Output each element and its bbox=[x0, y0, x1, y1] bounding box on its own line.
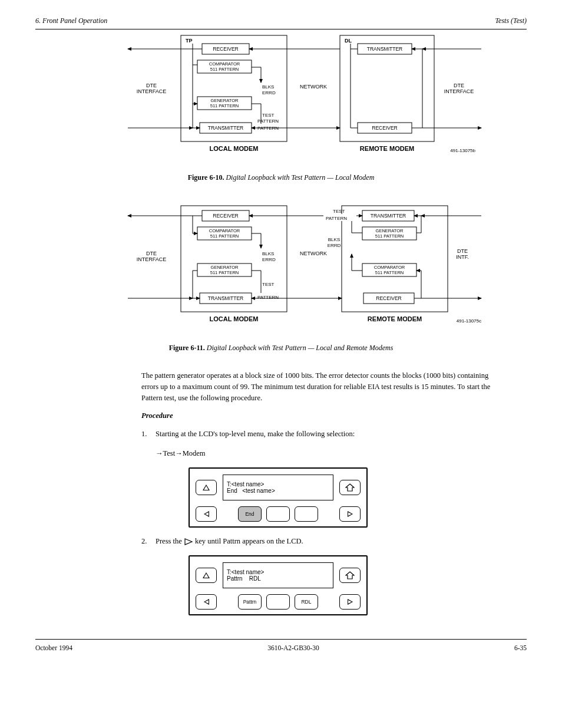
softkey-2[interactable] bbox=[266, 506, 290, 522]
figure-1-diagram: TP RECEIVER COMPARATOR 511 PATTERN GENER… bbox=[35, 29, 527, 167]
up-key[interactable] bbox=[196, 480, 217, 495]
svg-text:TP: TP bbox=[186, 38, 193, 44]
svg-text:511 PATTERN: 511 PATTERN bbox=[210, 67, 239, 72]
svg-text:ERRD: ERRD bbox=[328, 243, 341, 248]
svg-text:LOCAL MODEM: LOCAL MODEM bbox=[210, 315, 259, 322]
home-icon bbox=[345, 571, 355, 579]
svg-text:TEST: TEST bbox=[262, 282, 275, 287]
svg-text:PATTERN: PATTERN bbox=[326, 216, 347, 221]
svg-text:TEST: TEST bbox=[333, 209, 345, 214]
svg-text:BLKS: BLKS bbox=[262, 84, 274, 90]
svg-text:COMPARATOR: COMPARATOR bbox=[209, 228, 240, 233]
svg-text:NETWORK: NETWORK bbox=[300, 251, 327, 256]
footer-left: October 1994 bbox=[35, 644, 72, 651]
right-key[interactable] bbox=[339, 506, 361, 522]
svg-text:DTE: DTE bbox=[146, 251, 157, 256]
svg-text:DTE: DTE bbox=[454, 83, 464, 88]
svg-text:ERRD: ERRD bbox=[262, 257, 276, 262]
right-triangle-icon bbox=[348, 599, 353, 605]
svg-text:REMOTE MODEM: REMOTE MODEM bbox=[368, 315, 422, 322]
svg-text:INTF.: INTF. bbox=[456, 254, 469, 260]
svg-text:RECEIVER: RECEIVER bbox=[213, 46, 238, 52]
svg-text:BLKS: BLKS bbox=[328, 237, 340, 242]
svg-text:TRANSMITTER: TRANSMITTER bbox=[208, 295, 243, 301]
svg-text:511 PATTERN: 511 PATTERN bbox=[210, 103, 239, 108]
svg-text:COMPARATOR: COMPARATOR bbox=[209, 61, 240, 67]
lcd-panel-2: T:<test name> Pattrn RDL Pattrn RDL bbox=[189, 555, 368, 615]
svg-text:TRANSMITTER: TRANSMITTER bbox=[371, 213, 406, 219]
svg-text:GENERATOR: GENERATOR bbox=[211, 265, 239, 270]
svg-text:491-13075c: 491-13075c bbox=[457, 318, 481, 324]
up-triangle-icon bbox=[203, 572, 210, 578]
home-key[interactable] bbox=[339, 480, 361, 495]
right-triangle-icon bbox=[184, 538, 193, 545]
svg-text:491-13075b: 491-13075b bbox=[450, 148, 475, 153]
svg-text:511 PATTERN: 511 PATTERN bbox=[210, 233, 239, 239]
svg-text:INTERFACE: INTERFACE bbox=[444, 88, 474, 94]
header-left: 6. Front Panel Operation bbox=[35, 17, 107, 25]
svg-text:PATTERN: PATTERN bbox=[257, 118, 279, 124]
softkey-1[interactable]: End bbox=[238, 506, 262, 522]
step-1-path: →Test→Modem bbox=[156, 448, 527, 459]
up-key[interactable] bbox=[196, 568, 217, 583]
step-1: 1. Starting at the LCD's top-level menu,… bbox=[141, 429, 527, 440]
home-key[interactable] bbox=[339, 568, 361, 583]
lcd-panel-1: T:<test name> End <test name> End bbox=[189, 467, 368, 528]
svg-text:DTE: DTE bbox=[146, 83, 157, 88]
up-triangle-icon bbox=[203, 485, 210, 490]
left-key[interactable] bbox=[196, 506, 217, 522]
right-triangle-icon bbox=[348, 511, 353, 517]
svg-text:PATTERN: PATTERN bbox=[257, 295, 279, 300]
svg-text:INTERFACE: INTERFACE bbox=[137, 256, 167, 262]
svg-text:INTERFACE: INTERFACE bbox=[137, 88, 167, 94]
header-right: Tests (Test) bbox=[495, 17, 527, 25]
figure-2-diagram: RECEIVER COMPARATOR 511 PATTERN GENERATO… bbox=[35, 200, 527, 338]
svg-text:GENERATOR: GENERATOR bbox=[211, 98, 239, 103]
svg-text:511 PATTERN: 511 PATTERN bbox=[375, 270, 404, 275]
svg-text:BLKS: BLKS bbox=[262, 251, 274, 256]
figure-1-caption: Figure 6-10. Digital Loopback with Test … bbox=[35, 173, 527, 182]
step-2: 2. Press the key until Pattrn appears on… bbox=[141, 536, 527, 547]
svg-text:TRANSMITTER: TRANSMITTER bbox=[367, 46, 402, 52]
softkey-2[interactable] bbox=[266, 594, 290, 610]
page-footer: October 1994 3610-A2-GB30-30 6-35 bbox=[35, 639, 527, 651]
svg-text:RECEIVER: RECEIVER bbox=[376, 295, 401, 301]
svg-text:COMPARATOR: COMPARATOR bbox=[374, 265, 405, 270]
left-key[interactable] bbox=[196, 594, 217, 610]
svg-text:REMOTE MODEM: REMOTE MODEM bbox=[360, 145, 414, 152]
svg-text:RECEIVER: RECEIVER bbox=[372, 125, 397, 131]
lcd-screen-2: T:<test name> Pattrn RDL bbox=[223, 562, 333, 588]
svg-text:LOCAL MODEM: LOCAL MODEM bbox=[210, 145, 259, 152]
svg-text:TEST: TEST bbox=[262, 113, 275, 118]
svg-text:511 PATTERN: 511 PATTERN bbox=[210, 270, 239, 275]
body-paragraph-1: The pattern generator operates at a bloc… bbox=[141, 370, 503, 403]
left-triangle-icon bbox=[204, 599, 209, 605]
footer-right: 6-35 bbox=[514, 644, 527, 651]
svg-text:DTE: DTE bbox=[457, 248, 468, 254]
procedure-heading: Procedure bbox=[141, 411, 527, 420]
right-key[interactable] bbox=[339, 594, 361, 610]
lcd-screen-1: T:<test name> End <test name> bbox=[223, 475, 333, 500]
softkey-3[interactable] bbox=[295, 506, 318, 522]
svg-text:GENERATOR: GENERATOR bbox=[376, 228, 404, 233]
softkey-3[interactable]: RDL bbox=[295, 594, 318, 610]
svg-text:511 PATTERN: 511 PATTERN bbox=[375, 233, 404, 239]
svg-text:NETWORK: NETWORK bbox=[300, 84, 327, 90]
left-triangle-icon bbox=[204, 511, 209, 517]
footer-center: 3610-A2-GB30-30 bbox=[267, 644, 319, 651]
softkey-1[interactable]: Pattrn bbox=[238, 594, 262, 610]
svg-text:DL: DL bbox=[345, 38, 352, 44]
svg-text:TRANSMITTER: TRANSMITTER bbox=[208, 125, 243, 131]
svg-text:RECEIVER: RECEIVER bbox=[213, 213, 238, 219]
svg-text:ERRD: ERRD bbox=[262, 90, 276, 95]
home-icon bbox=[345, 483, 355, 492]
page-header: 6. Front Panel Operation Tests (Test) bbox=[35, 0, 527, 29]
figure-2-caption: Figure 6-11. Digital Loopback with Test … bbox=[35, 344, 527, 353]
